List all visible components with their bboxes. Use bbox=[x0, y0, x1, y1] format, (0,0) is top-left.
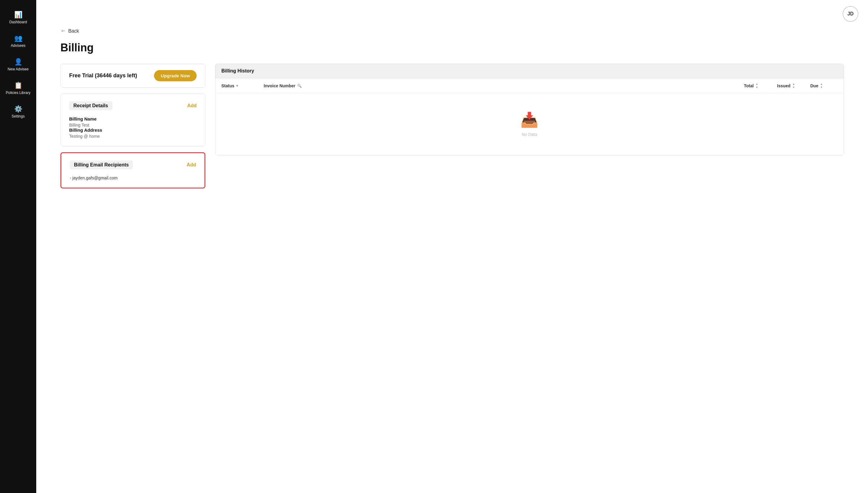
billing-address-value: Testing @ home bbox=[69, 134, 197, 139]
sidebar-item-label: Dashboard bbox=[9, 20, 27, 24]
sidebar-item-label: Advisees bbox=[11, 43, 26, 48]
total-sort-icon[interactable]: ▲ ▼ bbox=[755, 83, 758, 89]
sidebar: 📊 Dashboard 👥 Advisees 👤 New Advisee 📋 P… bbox=[0, 0, 36, 493]
two-column-layout: Free Trial (36446 days left) Upgrade Now… bbox=[60, 64, 844, 189]
billing-history-header: Billing History bbox=[215, 64, 844, 78]
advisees-icon: 👥 bbox=[14, 35, 22, 42]
user-avatar[interactable]: JD bbox=[843, 6, 858, 22]
email-recipient: - jayden.gafs@gmail.com bbox=[70, 175, 196, 180]
sidebar-item-label: New Advisee bbox=[7, 67, 28, 71]
billing-address-field: Billing Address Testing @ home bbox=[69, 127, 197, 139]
billing-history-card: Billing History Status ▾ Invoice Number bbox=[215, 64, 844, 155]
policies-library-icon: 📋 bbox=[14, 82, 22, 89]
trial-banner: Free Trial (36446 days left) Upgrade Now bbox=[60, 64, 205, 88]
sidebar-item-label: Policies Library bbox=[6, 91, 30, 95]
th-invoice-number: Invoice Number 🔍 bbox=[264, 83, 744, 88]
billing-email-title: Billing Email Recipients bbox=[70, 160, 133, 169]
th-issued: Issued ▲ ▼ bbox=[777, 83, 810, 89]
right-column: Billing History Status ▾ Invoice Number bbox=[215, 64, 844, 155]
total-column-label: Total bbox=[744, 83, 754, 88]
sidebar-item-policies-library[interactable]: 📋 Policies Library bbox=[0, 78, 36, 99]
th-status: Status ▾ bbox=[221, 83, 264, 88]
table-header-row: Status ▾ Invoice Number 🔍 Total ▲ bbox=[215, 78, 844, 93]
th-total: Total ▲ ▼ bbox=[744, 83, 777, 89]
settings-icon: ⚙️ bbox=[14, 106, 22, 112]
th-due: Due ▲ ▼ bbox=[810, 83, 838, 89]
billing-history-table: Status ▾ Invoice Number 🔍 Total ▲ bbox=[215, 78, 844, 155]
page-content: ← Back Billing Free Trial (36446 days le… bbox=[36, 28, 868, 207]
sidebar-item-new-advisee[interactable]: 👤 New Advisee bbox=[0, 55, 36, 76]
billing-email-recipients-card: Billing Email Recipients Add - jayden.ga… bbox=[60, 152, 205, 189]
dashboard-icon: 📊 bbox=[14, 12, 22, 18]
receipt-details-header: Receipt Details Add bbox=[69, 101, 197, 110]
billing-email-header: Billing Email Recipients Add bbox=[70, 160, 196, 169]
due-sort-icon[interactable]: ▲ ▼ bbox=[820, 83, 823, 89]
status-column-label: Status bbox=[221, 83, 234, 88]
sidebar-item-dashboard[interactable]: 📊 Dashboard bbox=[0, 7, 36, 28]
billing-name-field: Billing Name Billing Test bbox=[69, 116, 197, 127]
trial-text: Free Trial (36446 days left) bbox=[69, 72, 137, 79]
invoice-number-column-label: Invoice Number bbox=[264, 83, 296, 88]
billing-address-label: Billing Address bbox=[69, 127, 197, 133]
issued-sort-icon[interactable]: ▲ ▼ bbox=[792, 83, 795, 89]
billing-name-value: Billing Test bbox=[69, 123, 197, 127]
receipt-details-card: Receipt Details Add Billing Name Billing… bbox=[60, 94, 205, 146]
back-arrow-icon: ← bbox=[60, 28, 66, 34]
header: JD bbox=[36, 0, 868, 28]
main-content: JD ← Back Billing Free Trial (36446 days… bbox=[36, 0, 868, 493]
no-data-area: 📥 No Data bbox=[215, 93, 844, 155]
receipt-details-title: Receipt Details bbox=[69, 101, 112, 110]
new-advisee-icon: 👤 bbox=[14, 59, 22, 65]
sidebar-item-label: Settings bbox=[12, 114, 24, 119]
billing-history-title: Billing History bbox=[221, 68, 254, 73]
receipt-details-add-link[interactable]: Add bbox=[187, 103, 197, 108]
issued-column-label: Issued bbox=[777, 83, 790, 88]
billing-name-label: Billing Name bbox=[69, 116, 197, 122]
upgrade-now-button[interactable]: Upgrade Now bbox=[154, 70, 197, 81]
back-label: Back bbox=[68, 28, 79, 34]
invoice-search-icon[interactable]: 🔍 bbox=[297, 84, 302, 88]
status-filter-icon[interactable]: ▾ bbox=[236, 84, 238, 88]
left-column: Free Trial (36446 days left) Upgrade Now… bbox=[60, 64, 205, 189]
sidebar-item-settings[interactable]: ⚙️ Settings bbox=[0, 102, 36, 123]
due-column-label: Due bbox=[810, 83, 818, 88]
no-data-text: No Data bbox=[522, 132, 537, 137]
sidebar-item-advisees[interactable]: 👥 Advisees bbox=[0, 31, 36, 52]
back-link[interactable]: ← Back bbox=[60, 28, 844, 34]
no-data-inbox-icon: 📥 bbox=[520, 111, 539, 128]
billing-email-add-link[interactable]: Add bbox=[187, 162, 196, 168]
page-title: Billing bbox=[60, 41, 844, 54]
